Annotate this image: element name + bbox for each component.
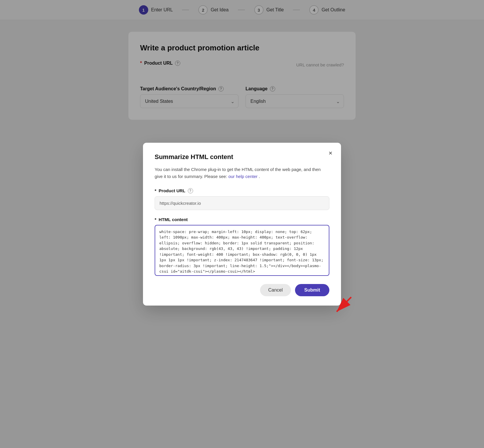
modal-close-button[interactable]: × <box>326 149 335 158</box>
modal-description: You can install the Chrome plug-in to ge… <box>155 166 329 180</box>
modal-title: Summarize HTML content <box>155 153 329 161</box>
modal-wrapper: × Summarize HTML content You can install… <box>143 143 341 306</box>
html-content-textarea[interactable]: white-space: pre-wrap; margin-left: 10px… <box>155 225 329 276</box>
cancel-button[interactable]: Cancel <box>260 284 291 296</box>
modal-product-url-input[interactable] <box>155 196 329 210</box>
modal-product-url-help-icon[interactable]: ? <box>188 188 193 193</box>
submit-button[interactable]: Submit <box>295 284 329 296</box>
red-arrow-indicator <box>331 294 357 322</box>
html-content-label: * HTML content <box>155 217 329 222</box>
summarize-html-modal: × Summarize HTML content You can install… <box>143 143 341 306</box>
modal-desc-text2: . <box>259 174 260 179</box>
svg-line-1 <box>337 297 351 312</box>
help-center-link[interactable]: our help center <box>228 174 257 179</box>
modal-required-marker: * <box>155 188 156 193</box>
modal-product-url-label: * Product URL ? <box>155 188 329 193</box>
html-required-marker: * <box>155 217 156 222</box>
modal-backdrop: × Summarize HTML content You can install… <box>0 0 484 448</box>
modal-actions: Cancel Submit <box>155 284 329 296</box>
red-arrow-icon <box>331 294 357 320</box>
